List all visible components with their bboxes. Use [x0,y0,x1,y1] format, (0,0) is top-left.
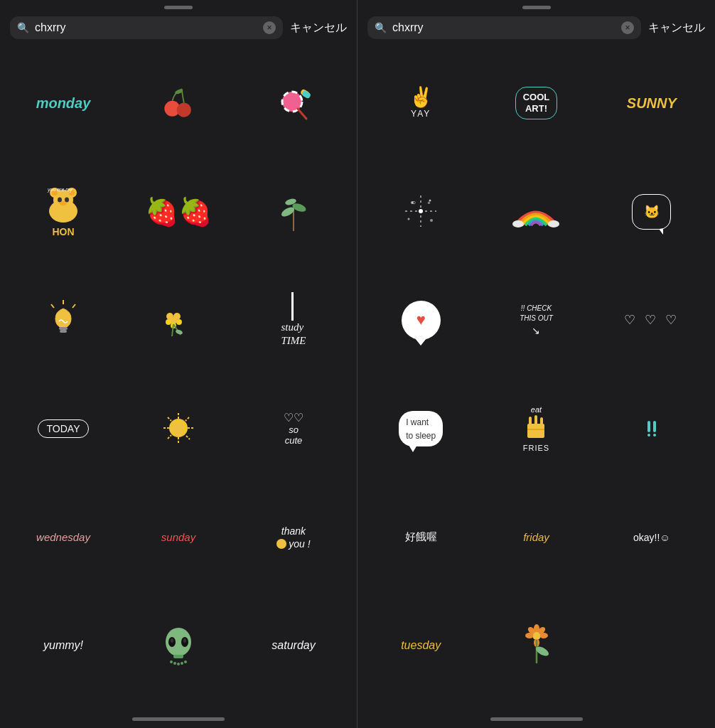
svg-line-24 [72,304,75,308]
svg-point-54 [173,662,176,665]
svg-point-55 [177,663,180,665]
sticker-alien[interactable] [121,596,236,695]
bottom-handle-right [490,717,583,721]
search-icon-left: 🔍 [17,22,29,33]
sticker-flower2[interactable] [478,596,593,695]
bottom-handle-left [132,717,225,721]
sticker-cherry[interactable] [121,53,236,153]
sticker-sunday[interactable]: sunday [121,488,236,587]
svg-rect-36 [291,292,294,321]
svg-point-16 [60,201,67,205]
svg-line-23 [51,304,54,308]
svg-point-14 [58,198,62,203]
sticker-candy[interactable] [236,53,351,153]
search-icon-right: 🔍 [375,22,387,33]
svg-line-5 [298,109,306,119]
svg-rect-26 [60,330,67,333]
clear-button-right[interactable]: × [621,21,634,34]
svg-point-56 [181,662,183,665]
svg-point-57 [184,660,187,663]
sticker-tuesday[interactable]: tuesday [363,596,478,695]
sticker-bear[interactable]: you are my HON [6,162,121,262]
svg-point-32 [176,319,182,325]
app-container: 🔍 × キャンセル monday [0,0,715,728]
svg-point-29 [173,313,181,320]
sticker-grid-right: ✌ YAY COOL ART! SUNNY [358,46,715,712]
sticker-hearts[interactable]: ♡ ♡ ♡ [594,270,709,370]
svg-point-68 [548,220,559,228]
sticker-saturday[interactable]: saturday [236,596,351,695]
sticker-heart-bubble[interactable]: ♥ [363,270,478,370]
svg-point-1 [176,102,190,117]
sticker-plant[interactable] [236,162,351,262]
svg-point-81 [533,632,540,639]
svg-rect-25 [59,327,68,330]
search-input-left[interactable] [35,21,257,34]
sticker-sparkle[interactable]: ○ + [363,162,478,262]
sticker-strawberry[interactable]: 🍓🍓 [121,162,236,262]
svg-point-67 [512,220,524,228]
svg-point-15 [65,198,69,203]
search-input-wrap-left: 🔍 × [10,16,283,39]
sticker-study[interactable]: study TIME [236,270,351,370]
svg-line-45 [186,417,189,421]
svg-rect-72 [540,417,543,427]
sticker-flower[interactable] [121,270,236,370]
svg-point-30 [166,319,171,325]
svg-point-53 [170,660,173,663]
svg-line-46 [168,435,171,439]
right-panel: 🔍 × キャンセル ✌ YAY COOL ART! SUNNY [358,0,715,728]
cancel-button-right[interactable]: キャンセル [648,21,705,36]
svg-point-64 [407,218,409,220]
sticker-iwantsleep[interactable]: I wantto sleep [363,379,478,478]
sticker-friday[interactable]: friday [478,488,593,587]
svg-point-35 [175,328,183,335]
clear-button-left[interactable]: × [263,21,276,34]
sticker-sun[interactable] [121,379,236,478]
sticker-chat-outline[interactable]: 🐱 [594,162,709,262]
sticker-empty [594,596,709,695]
sticker-today[interactable]: TODAY [6,379,121,478]
sticker-hungry[interactable]: 好餓喔 [363,488,478,587]
left-panel: 🔍 × キャンセル monday [0,0,358,728]
sticker-okay[interactable]: okay!!☺ [594,488,709,587]
sticker-yummy[interactable]: yummy! [6,596,121,695]
svg-text:+: + [427,200,431,206]
svg-text:○: ○ [412,198,416,206]
svg-point-50 [171,638,173,643]
sticker-cute[interactable]: ♡♡ so cute [236,379,351,478]
search-input-wrap-right: 🔍 × [367,16,641,39]
sticker-check[interactable]: !! CHECKTHIS OUT ↘ [478,270,593,370]
sticker-sunny[interactable]: SUNNY [594,53,709,153]
sticker-yay[interactable]: ✌ YAY [363,53,478,153]
svg-rect-70 [529,417,532,427]
svg-rect-52 [173,655,183,658]
sticker-excl[interactable] [594,379,709,478]
sticker-grid-left: monday [0,46,357,712]
svg-point-51 [183,638,186,643]
svg-text:you are my: you are my [47,187,72,193]
search-bar-left: 🔍 × キャンセル [0,9,357,46]
svg-rect-71 [534,415,537,425]
sticker-coolart[interactable]: COOL ART! [478,53,593,153]
svg-line-43 [168,417,171,421]
cancel-button-left[interactable]: キャンセル [290,21,347,36]
sticker-wednesday[interactable]: wednesday [6,488,121,587]
svg-line-44 [186,436,190,439]
sticker-bulb[interactable] [6,270,121,370]
svg-point-38 [171,421,186,435]
sticker-rainbow[interactable] [478,162,593,262]
sticker-monday[interactable]: monday [6,53,121,153]
search-bar-right: 🔍 × キャンセル [358,9,715,46]
svg-point-28 [166,313,173,320]
sticker-fries[interactable]: eat FRIES [478,379,593,478]
sticker-thankyou[interactable]: thank you ! [236,488,351,587]
search-input-right[interactable] [392,21,615,34]
svg-point-63 [430,219,433,222]
